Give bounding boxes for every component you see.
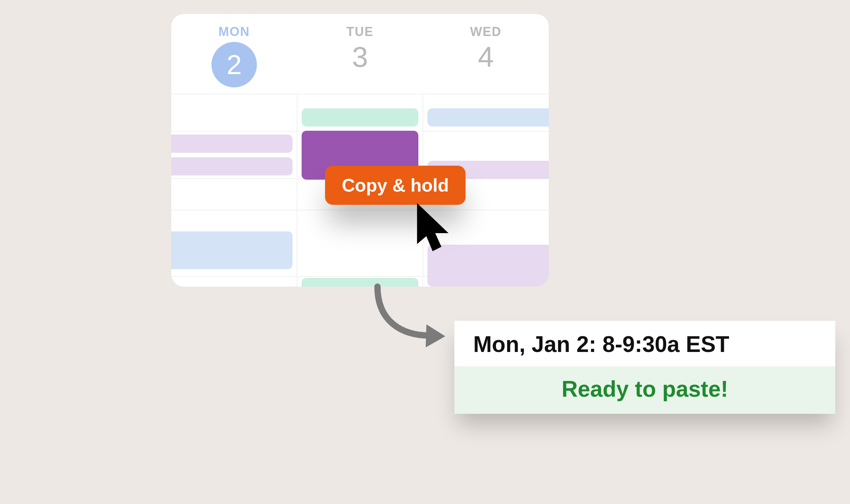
day-header-mon[interactable]: MON 2 xyxy=(171,14,297,94)
cursor-icon xyxy=(415,202,456,258)
copy-hold-button[interactable]: Copy & hold xyxy=(325,166,466,205)
copy-hold-label: Copy & hold xyxy=(342,175,449,195)
toast-status: Ready to paste! xyxy=(454,366,835,414)
day-header-wed[interactable]: WED 4 xyxy=(423,14,549,94)
calendar-col-mon[interactable] xyxy=(171,94,297,287)
paste-toast: Mon, Jan 2: 8-9:30a EST Ready to paste! xyxy=(454,321,835,414)
day-label: WED xyxy=(470,24,502,39)
calendar-event[interactable] xyxy=(171,135,293,153)
calendar-card: MON 2 TUE 3 WED 4 xyxy=(171,14,549,287)
day-number-selected: 2 xyxy=(211,42,257,87)
arrow-icon xyxy=(356,283,454,353)
calendar-event[interactable] xyxy=(302,108,419,127)
calendar-header: MON 2 TUE 3 WED 4 xyxy=(171,14,549,94)
calendar-event[interactable] xyxy=(171,157,293,175)
day-header-tue[interactable]: TUE 3 xyxy=(297,14,423,94)
toast-summary: Mon, Jan 2: 8-9:30a EST xyxy=(454,321,835,366)
calendar-event[interactable] xyxy=(427,108,549,127)
day-label: MON xyxy=(218,24,250,39)
day-label: TUE xyxy=(346,24,374,39)
day-number: 4 xyxy=(478,41,494,73)
day-number: 3 xyxy=(352,41,368,73)
calendar-event[interactable] xyxy=(171,231,293,269)
